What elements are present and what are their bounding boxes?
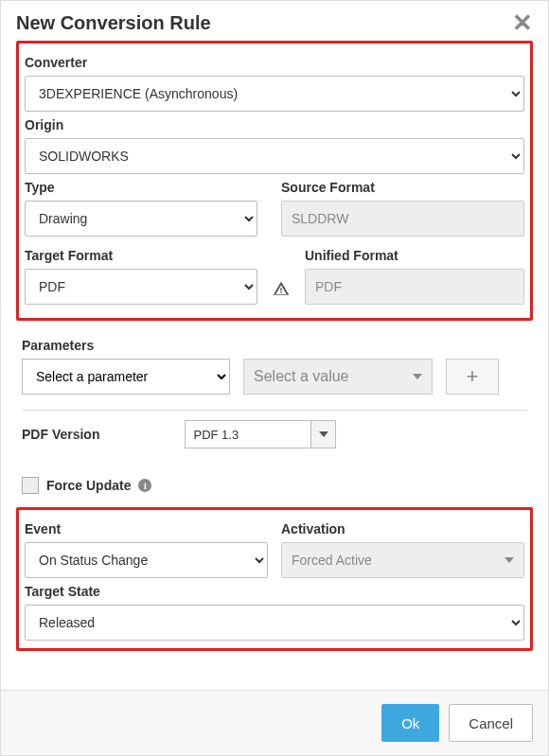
activation-label: Activation (281, 521, 524, 536)
plus-icon: + (467, 364, 479, 389)
parameter-value-select: Select a value (243, 359, 433, 395)
dialog-content: Converter 3DEXPERIENCE (Asynchronous) Or… (1, 41, 548, 690)
parameters-label: Parameters (22, 338, 527, 353)
activation-select: Forced Active (281, 542, 524, 578)
pdf-version-label: PDF Version (22, 427, 99, 442)
chevron-down-icon[interactable] (310, 421, 335, 448)
force-update-checkbox[interactable] (22, 477, 39, 494)
event-label: Event (25, 521, 268, 536)
unified-format-field: PDF (305, 269, 524, 305)
force-update-label: Force Update (46, 478, 131, 493)
unified-format-label: Unified Format (305, 248, 524, 263)
dialog-title: New Conversion Rule (16, 12, 211, 34)
origin-select[interactable]: SOLIDWORKS (25, 138, 524, 174)
target-state-label: Target State (25, 584, 524, 599)
pdf-version-value: PDF 1.3 (186, 428, 310, 442)
cancel-button[interactable]: Cancel (449, 704, 533, 742)
event-select[interactable]: On Status Change (25, 542, 268, 578)
divider (22, 410, 527, 411)
type-select[interactable]: Drawing (25, 201, 257, 237)
dialog-header: New Conversion Rule ✕ (1, 1, 548, 41)
dialog-footer: Ok Cancel (1, 690, 548, 755)
close-icon[interactable]: ✕ (512, 10, 533, 35)
parameters-section: Parameters Select a parameter Select a v… (16, 325, 533, 507)
highlight-box-bottom: Event On Status Change Activation Forced… (16, 507, 533, 651)
source-format-field: SLDDRW (281, 201, 524, 237)
highlight-box-top: Converter 3DEXPERIENCE (Asynchronous) Or… (16, 41, 533, 321)
parameter-select[interactable]: Select a parameter (22, 359, 230, 395)
source-format-value: SLDDRW (292, 211, 348, 226)
type-label: Type (25, 180, 268, 195)
unified-format-value: PDF (315, 279, 342, 294)
parameter-value-placeholder: Select a value (254, 368, 349, 385)
target-state-select[interactable]: Released (25, 605, 524, 641)
add-parameter-button[interactable]: + (446, 359, 499, 395)
ok-button[interactable]: Ok (381, 704, 439, 742)
target-format-label: Target Format (25, 248, 257, 263)
converter-select[interactable]: 3DEXPERIENCE (Asynchronous) (25, 76, 524, 112)
target-format-select[interactable]: PDF (25, 269, 257, 305)
info-icon[interactable]: i (138, 479, 151, 492)
pdf-version-combo[interactable]: PDF 1.3 (185, 420, 336, 448)
warning-icon (271, 280, 292, 297)
new-conversion-rule-dialog: New Conversion Rule ✕ Converter 3DEXPERI… (0, 0, 549, 756)
source-format-label: Source Format (281, 180, 524, 195)
activation-value: Forced Active (292, 553, 372, 568)
converter-label: Converter (25, 55, 524, 70)
origin-label: Origin (25, 117, 524, 132)
